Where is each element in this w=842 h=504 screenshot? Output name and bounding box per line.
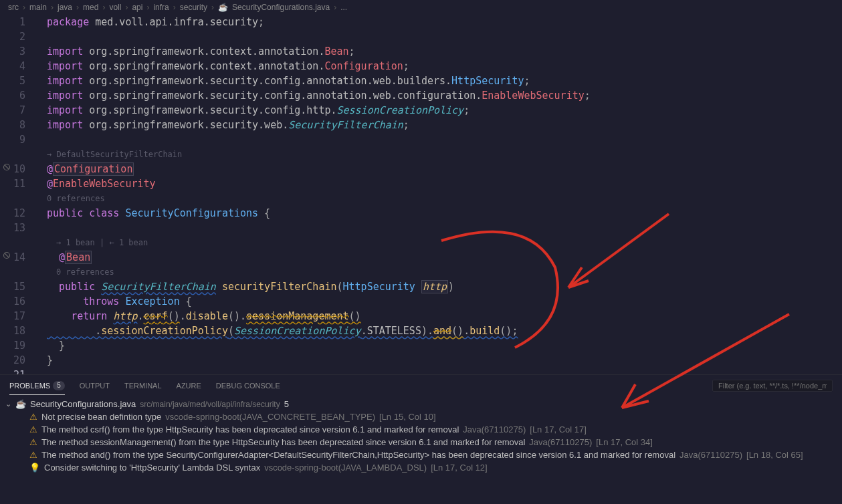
tab-debug-console[interactable]: DEBUG CONSOLE xyxy=(216,378,280,394)
gutter-warning-icon xyxy=(3,163,11,171)
tab-terminal[interactable]: TERMINAL xyxy=(124,378,162,394)
crumb-sep: › xyxy=(102,3,105,12)
codelens-bean[interactable]: → 1 bean | ← 1 bean xyxy=(47,235,842,250)
problem-message: The method sessionManagement() from the … xyxy=(41,437,525,447)
problem-source: vscode-spring-boot(JAVA_LAMBDA_DSL) xyxy=(264,463,427,473)
problem-item[interactable]: ⚠The method and() from the type Security… xyxy=(0,449,842,461)
crumb[interactable]: security xyxy=(180,3,207,12)
problem-position: [Ln 15, Col 10] xyxy=(379,412,436,422)
java-file-icon: ☕ xyxy=(15,399,26,409)
warning-icon: ⚠ xyxy=(29,437,37,447)
problems-filter-input[interactable] xyxy=(712,380,833,392)
problem-message: The method csrf() from the type HttpSecu… xyxy=(41,424,459,434)
crumb-sep: › xyxy=(146,3,149,12)
line-gutter: 1 2 3 4 5 6 7 8 9 10 11 12 13 14 15 16 1… xyxy=(0,15,37,374)
chevron-down-icon: ⌄ xyxy=(5,400,11,408)
crumb-sep: › xyxy=(173,3,176,12)
lightbulb-icon: 💡 xyxy=(29,463,40,473)
problem-source: Java(67110275) xyxy=(463,424,526,434)
svg-line-3 xyxy=(5,253,9,257)
problem-item[interactable]: ⚠Not precise bean defintion type vscode-… xyxy=(0,410,842,423)
problem-file-row[interactable]: ⌄ ☕ SecurityConfigurations.java src/main… xyxy=(0,398,842,410)
codelens-references[interactable]: 0 references xyxy=(47,265,842,279)
crumb-sep: › xyxy=(76,3,79,12)
crumb[interactable]: infra xyxy=(153,3,169,12)
crumb-sep: › xyxy=(125,3,128,12)
problem-position: [Ln 18, Col 65] xyxy=(746,450,803,460)
crumb[interactable]: src xyxy=(8,3,19,12)
file-problem-count: 5 xyxy=(284,399,289,409)
crumb-sep: › xyxy=(334,3,336,12)
tab-azure[interactable]: AZURE xyxy=(177,378,201,394)
problem-message: The method and() from the type SecurityC… xyxy=(41,450,675,460)
crumb-file[interactable]: SecurityConfigurations.java xyxy=(232,3,330,12)
gutter-warning-icon xyxy=(3,251,11,259)
problem-message: Not precise bean defintion type xyxy=(41,412,161,422)
crumb[interactable]: api xyxy=(132,3,142,12)
java-file-icon: ☕ xyxy=(218,3,228,12)
crumb-sep: › xyxy=(23,3,25,12)
crumb-sep: › xyxy=(51,3,54,12)
problem-source: Java(67110275) xyxy=(679,450,742,460)
problem-source: Java(67110275) xyxy=(529,437,592,447)
crumb[interactable]: main xyxy=(29,3,47,12)
problem-position: [Ln 17, Col 17] xyxy=(530,424,587,434)
problem-file-name: SecurityConfigurations.java xyxy=(30,399,136,409)
problems-count-badge: 5 xyxy=(53,381,65,390)
crumb-tail[interactable]: ... xyxy=(340,3,347,12)
problem-position: [Ln 17, Col 34] xyxy=(596,437,653,447)
problem-position: [Ln 17, Col 12] xyxy=(431,463,488,473)
warning-icon: ⚠ xyxy=(29,412,37,422)
problem-item[interactable]: ⚠The method csrf() from the type HttpSec… xyxy=(0,423,842,436)
svg-line-1 xyxy=(5,165,9,169)
codelens-references[interactable]: 0 references xyxy=(47,191,842,206)
breadcrumb[interactable]: src› main› java› med› voll› api› infra› … xyxy=(0,0,842,15)
code-content[interactable]: package med.voll.api.infra.security; imp… xyxy=(37,15,842,374)
problem-file-path: src/main/java/med/voll/api/infra/securit… xyxy=(140,400,280,409)
tab-problems[interactable]: PROBLEMS5 xyxy=(9,377,65,395)
crumb[interactable]: voll xyxy=(109,3,121,12)
problem-item[interactable]: 💡Consider switching to 'HttpSecurity' La… xyxy=(0,461,842,474)
problem-source: vscode-spring-boot(JAVA_CONCRETE_BEAN_TY… xyxy=(165,412,375,422)
bottom-panel: PROBLEMS5 OUTPUT TERMINAL AZURE DEBUG CO… xyxy=(0,374,842,504)
crumb[interactable]: med xyxy=(83,3,98,12)
problem-message: Consider switching to 'HttpSecurity' Lam… xyxy=(44,463,260,473)
crumb-sep: › xyxy=(211,3,214,12)
panel-tabs: PROBLEMS5 OUTPUT TERMINAL AZURE DEBUG CO… xyxy=(0,375,842,396)
crumb[interactable]: java xyxy=(58,3,72,12)
tab-output[interactable]: OUTPUT xyxy=(80,378,110,394)
codelens-hint[interactable]: → DefaultSecurityFilterChain xyxy=(47,147,842,162)
warning-icon: ⚠ xyxy=(29,450,37,460)
problem-item[interactable]: ⚠The method sessionManagement() from the… xyxy=(0,436,842,449)
problems-list: ⌄ ☕ SecurityConfigurations.java src/main… xyxy=(0,396,842,475)
warning-icon: ⚠ xyxy=(29,424,37,434)
code-editor[interactable]: 1 2 3 4 5 6 7 8 9 10 11 12 13 14 15 16 1… xyxy=(0,15,842,374)
